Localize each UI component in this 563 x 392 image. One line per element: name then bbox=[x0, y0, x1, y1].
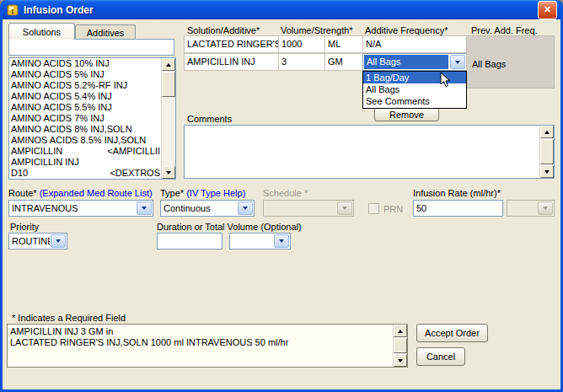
chevron-down-icon[interactable] bbox=[51, 234, 66, 248]
schedule-combobox[interactable] bbox=[263, 200, 354, 217]
prn-label: PRN bbox=[383, 204, 403, 214]
duration-unit-combobox[interactable] bbox=[229, 233, 291, 250]
prev-add-freq-value: All Bags bbox=[472, 59, 554, 69]
route-value: INTRAVENOUS bbox=[9, 201, 136, 216]
grid-cell-solution[interactable]: LACTATED RINGER'S bbox=[184, 35, 279, 53]
schedule-label: Schedule * bbox=[263, 188, 308, 198]
type-label: Type* bbox=[160, 188, 184, 198]
route-combobox[interactable]: INTRAVENOUS bbox=[8, 200, 153, 217]
remove-button[interactable]: Remove bbox=[374, 107, 439, 121]
close-icon[interactable]: ✕ bbox=[538, 1, 557, 19]
infusion-rate-unit-value bbox=[507, 201, 537, 216]
list-item-label: AMPICILLIN bbox=[11, 146, 62, 157]
required-field-note: * Indicates a Required Field bbox=[12, 313, 126, 323]
comments-textarea[interactable] bbox=[184, 125, 555, 179]
infusion-rate-input[interactable] bbox=[413, 200, 503, 217]
list-item-detail: <AMPICILLII bbox=[107, 146, 160, 157]
cancel-button[interactable]: Cancel bbox=[416, 347, 465, 366]
list-item-label: AMINO ACIDS 5.4% INJ bbox=[11, 91, 112, 102]
grid-cell-unit[interactable]: GM bbox=[324, 53, 363, 71]
grid-cell-volume[interactable]: 1000 bbox=[278, 35, 325, 53]
scroll-up-icon[interactable] bbox=[162, 58, 175, 71]
list-item[interactable]: AMINO ACIDS 7% INJ bbox=[9, 113, 162, 124]
window-title: Infusion Order bbox=[24, 4, 534, 16]
list-item-detail: <DEXTROS bbox=[110, 168, 160, 179]
comments-scrollbar[interactable] bbox=[539, 126, 554, 178]
iv-type-help-link[interactable]: (IV Type Help) bbox=[186, 188, 245, 198]
list-item-label: AMPICILLIN INJ bbox=[11, 157, 79, 168]
dialog-body: Solutions Additives AMINO ACIDS 10% INJ … bbox=[3, 19, 560, 389]
scroll-down-icon[interactable] bbox=[540, 165, 554, 178]
solution-list[interactable]: AMINO ACIDS 10% INJ AMINO ACIDS 5% INJ A… bbox=[8, 57, 176, 180]
list-item[interactable]: AMINO ACIDS 8% INJ,SOLN bbox=[9, 124, 162, 135]
grid-cell-frequency[interactable]: N/A bbox=[362, 35, 467, 53]
frequency-combobox[interactable]: All Bags bbox=[362, 53, 467, 71]
type-combobox[interactable]: Continuous bbox=[160, 200, 255, 217]
list-item[interactable]: AMINO ACIDS 5% INJ bbox=[9, 69, 162, 80]
duration-input[interactable] bbox=[157, 233, 223, 250]
grid-header-frequency: Additive Frequency* bbox=[365, 25, 448, 35]
grid-cell-unit[interactable]: ML bbox=[324, 35, 363, 53]
chevron-down-icon[interactable] bbox=[538, 201, 553, 215]
list-item[interactable]: AMPICILLIN INJ bbox=[9, 157, 162, 168]
list-item[interactable]: AMINO ACIDS 5.2%-RF INJ bbox=[9, 80, 162, 91]
app-icon bbox=[6, 3, 19, 17]
chevron-down-icon[interactable] bbox=[337, 201, 352, 215]
tab-solutions[interactable]: Solutions bbox=[8, 23, 75, 40]
grid-cell-volume[interactable]: 3 bbox=[278, 53, 325, 71]
scroll-down-icon[interactable] bbox=[162, 166, 175, 179]
chevron-down-icon[interactable] bbox=[238, 201, 253, 215]
solution-list-items: AMINO ACIDS 10% INJ AMINO ACIDS 5% INJ A… bbox=[9, 58, 162, 179]
title-bar[interactable]: Infusion Order ✕ bbox=[3, 0, 560, 19]
scroll-up-icon[interactable] bbox=[394, 325, 407, 337]
grid-header-solution: Solution/Additive* bbox=[187, 25, 260, 35]
priority-label: Priority bbox=[10, 222, 39, 232]
summary-scrollbar[interactable] bbox=[393, 325, 407, 367]
dropdown-option[interactable]: See Comments bbox=[363, 95, 466, 107]
duration-label: Duration or Total Volume (Optional) bbox=[157, 222, 302, 232]
duration-unit-value bbox=[230, 234, 273, 249]
prn-checkbox[interactable] bbox=[368, 203, 379, 214]
prev-add-freq-panel: All Bags bbox=[466, 35, 555, 89]
chevron-down-icon[interactable] bbox=[450, 55, 465, 69]
tab-additives[interactable]: Additives bbox=[75, 24, 136, 40]
mouse-cursor bbox=[440, 72, 452, 89]
infusion-rate-unit-combobox[interactable] bbox=[507, 200, 555, 217]
scroll-thumb[interactable] bbox=[162, 72, 175, 97]
list-item[interactable]: AMINO ACIDS 5.4% INJ bbox=[9, 91, 162, 102]
list-item-label: AMINO ACIDS 5.5% INJ bbox=[11, 102, 112, 113]
grid-header-prev: Prev. Add. Freq. bbox=[471, 25, 538, 35]
accept-order-button[interactable]: Accept Order bbox=[416, 324, 488, 342]
list-item-label: AMINOS ACIDS 8.5% INJ,SOLN bbox=[11, 135, 146, 146]
tab-solutions-label: Solutions bbox=[23, 27, 61, 37]
list-item[interactable]: AMINO ACIDS 5.5% INJ bbox=[9, 102, 162, 113]
scroll-thumb[interactable] bbox=[394, 338, 407, 353]
type-value: Continuous bbox=[161, 201, 237, 216]
list-item[interactable]: AMINOS ACIDS 8.5% INJ,SOLN bbox=[9, 135, 162, 146]
scroll-up-icon[interactable] bbox=[540, 126, 554, 138]
comments-label: Comments bbox=[187, 114, 232, 124]
scroll-thumb[interactable] bbox=[540, 139, 554, 164]
list-item[interactable]: D10<DEXTROS bbox=[9, 168, 162, 179]
list-item[interactable]: AMPICILLIN<AMPICILLII bbox=[9, 146, 162, 157]
infusion-rate-label: Infusion Rate (ml/hr)* bbox=[413, 188, 501, 198]
chevron-down-icon[interactable] bbox=[137, 201, 152, 215]
order-summary-box: AMPICILLIN INJ 3 GM in LACTATED RINGER'S… bbox=[7, 324, 408, 368]
expanded-med-route-link[interactable]: (Expanded Med Route List) bbox=[40, 188, 153, 198]
priority-combobox[interactable]: ROUTINE bbox=[8, 233, 67, 250]
schedule-value bbox=[264, 201, 336, 216]
list-scrollbar[interactable] bbox=[161, 58, 175, 179]
grid-header-volume: Volume/Strength* bbox=[281, 25, 353, 35]
order-summary-line: AMPICILLIN INJ 3 GM in bbox=[8, 326, 394, 337]
solution-search-input[interactable] bbox=[8, 39, 174, 56]
list-item-label: AMINO ACIDS 10% INJ bbox=[11, 58, 110, 69]
list-item-label: AMINO ACIDS 5.2%-RF INJ bbox=[11, 80, 127, 91]
list-item-label: D10 bbox=[11, 168, 28, 179]
grid-cell-solution[interactable]: AMPICILLIN INJ bbox=[184, 53, 279, 71]
infusion-order-window: Infusion Order ✕ Solutions Additives AMI… bbox=[0, 0, 563, 392]
list-item[interactable]: AMINO ACIDS 10% INJ bbox=[9, 58, 162, 69]
list-item-label: AMINO ACIDS 7% INJ bbox=[11, 113, 105, 124]
chevron-down-icon[interactable] bbox=[274, 234, 289, 248]
list-item-label: AMINO ACIDS 5% INJ bbox=[11, 69, 105, 80]
scroll-down-icon[interactable] bbox=[394, 354, 407, 367]
